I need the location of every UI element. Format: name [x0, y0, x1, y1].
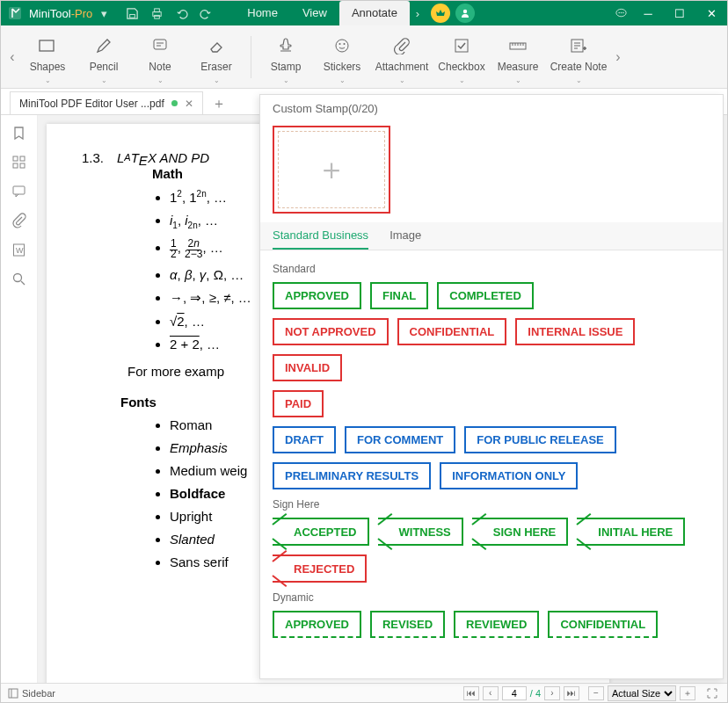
ribbon-scroll-left-icon[interactable]: ‹ [6, 49, 18, 65]
svg-rect-10 [40, 40, 54, 51]
stamp-confidential[interactable]: CONFIDENTIAL [397, 318, 507, 345]
tab-home[interactable]: Home [235, 1, 290, 25]
svg-rect-15 [455, 40, 468, 52]
chat-icon[interactable] [609, 2, 632, 25]
zoom-in-button[interactable]: ＋ [680, 686, 695, 700]
shapes-button[interactable]: Shapes⌄ [20, 29, 75, 84]
svg-point-5 [463, 10, 467, 13]
stamp-preliminary[interactable]: PRELIMINARY RESULTS [273, 462, 431, 489]
tabs-overflow-icon[interactable]: › [410, 7, 426, 20]
stamp-internal-issue[interactable]: INTERNAL ISSUE [515, 318, 635, 345]
stamp-dyn-approved[interactable]: APPROVED [273, 611, 361, 638]
first-page-button[interactable]: ⏮ [463, 686, 479, 700]
next-page-button[interactable]: › [544, 686, 560, 700]
svg-point-13 [339, 43, 341, 45]
svg-point-14 [344, 43, 346, 45]
print-icon[interactable] [145, 2, 168, 25]
measure-button[interactable]: Measure⌄ [491, 29, 545, 84]
stamp-paid[interactable]: PAID [273, 390, 324, 417]
pencil-button[interactable]: Pencil⌄ [76, 29, 131, 84]
stamp-final[interactable]: FINAL [370, 282, 428, 309]
undo-icon[interactable] [170, 2, 193, 25]
svg-rect-20 [13, 163, 18, 168]
create-note-button[interactable]: Create Note⌄ [547, 29, 610, 84]
stamp-not-approved[interactable]: NOT APPROVED [273, 318, 389, 345]
ribbon-scroll-right-icon[interactable]: › [612, 49, 624, 65]
svg-rect-18 [13, 156, 18, 161]
document-tab-title: MiniTool PDF Editor User ...pdf [19, 98, 164, 110]
stamp-rejected[interactable]: REJECTED [273, 554, 367, 583]
stamp-for-comment[interactable]: FOR COMMENT [345, 426, 455, 453]
word-icon[interactable]: W [11, 243, 26, 261]
page-input[interactable] [502, 686, 527, 700]
svg-point-8 [620, 11, 622, 13]
tab-close-icon[interactable]: ✕ [185, 98, 193, 110]
svg-rect-19 [20, 156, 25, 161]
stamp-initial-here[interactable]: INITIAL HERE [577, 518, 685, 546]
panel-tab-image[interactable]: Image [389, 222, 421, 250]
checkbox-button[interactable]: Checkbox⌄ [434, 29, 489, 84]
group-signhere: Sign Here [273, 498, 710, 511]
thumbnails-icon[interactable] [11, 155, 26, 173]
maximize-button[interactable]: ☐ [664, 1, 695, 25]
section-number: 1.3. [82, 150, 104, 165]
app-logo-icon [4, 3, 25, 24]
svg-point-9 [622, 11, 624, 13]
quick-access-toolbar [120, 2, 217, 25]
tab-annotate[interactable]: Annotate [339, 1, 410, 25]
window-controls: ─ ☐ ✕ [632, 1, 727, 25]
panel-tab-standard[interactable]: Standard Business [273, 222, 368, 250]
stamp-button[interactable]: Stamp⌄ [258, 29, 313, 84]
stamp-approved[interactable]: APPROVED [273, 282, 361, 309]
document-tab[interactable]: MiniTool PDF Editor User ...pdf ✕ [10, 91, 203, 114]
tab-view[interactable]: View [290, 1, 339, 25]
titlebar-dropdown-icon[interactable]: ▾ [92, 2, 115, 25]
svg-rect-11 [154, 40, 166, 49]
save-icon[interactable] [120, 2, 143, 25]
sidebar-toggle[interactable]: Sidebar [8, 688, 55, 699]
zoom-out-button[interactable]: − [588, 686, 604, 700]
stamp-invalid[interactable]: INVALID [273, 354, 342, 381]
bookmarks-icon[interactable] [11, 126, 26, 144]
separator [251, 36, 251, 78]
stamp-info-only[interactable]: INFORMATION ONLY [440, 462, 578, 489]
close-button[interactable]: ✕ [695, 1, 727, 25]
status-bar: Sidebar ⏮ ‹ / 4 › ⏭ − Actual Size ＋ [1, 683, 727, 702]
search-icon[interactable] [11, 272, 26, 290]
stamp-sign-here[interactable]: SIGN HERE [472, 518, 569, 546]
user-icon[interactable] [455, 4, 475, 23]
comments-icon[interactable] [11, 184, 26, 202]
title-tabs: Home View Annotate [235, 1, 410, 25]
new-tab-button[interactable]: ＋ [208, 93, 229, 114]
prev-page-button[interactable]: ‹ [483, 686, 499, 700]
stamp-accepted[interactable]: ACCEPTED [273, 518, 369, 546]
last-page-button[interactable]: ⏭ [564, 686, 579, 700]
fullscreen-icon[interactable] [704, 686, 720, 700]
minimize-button[interactable]: ─ [632, 1, 664, 25]
attachments-icon[interactable] [12, 213, 26, 232]
group-standard: Standard [273, 263, 710, 275]
premium-icon[interactable] [431, 4, 450, 23]
svg-rect-1 [129, 14, 135, 18]
svg-point-7 [618, 11, 620, 13]
svg-point-25 [14, 274, 22, 282]
plus-icon: ＋ [317, 149, 346, 190]
title-bar: MiniTool-Pro ▾ Home View Annotate › ─ ☐ … [1, 1, 727, 25]
stamp-completed[interactable]: COMPLETED [437, 282, 534, 309]
eraser-button[interactable]: Eraser⌄ [189, 29, 244, 84]
section-title: LATEX AND PD [117, 150, 209, 168]
attachment-button[interactable]: Attachment⌄ [371, 29, 433, 84]
note-button[interactable]: Note⌄ [133, 29, 187, 84]
stamp-witness[interactable]: WITNESS [378, 518, 463, 546]
stamp-dyn-confidential[interactable]: CONFIDENTIAL [548, 611, 658, 638]
stamp-dyn-revised[interactable]: REVISED [370, 611, 445, 638]
svg-rect-26 [9, 689, 18, 698]
zoom-select[interactable]: Actual Size [608, 685, 676, 701]
redo-icon[interactable] [194, 2, 217, 25]
add-custom-stamp-button[interactable]: ＋ [273, 126, 390, 214]
stamp-draft[interactable]: DRAFT [273, 426, 336, 453]
sidebar-icon [8, 688, 18, 699]
stamp-dyn-reviewed[interactable]: REVIEWED [454, 611, 539, 638]
stickers-button[interactable]: Stickers⌄ [315, 29, 369, 84]
stamp-public-release[interactable]: FOR PUBLIC RELEASE [464, 426, 615, 453]
